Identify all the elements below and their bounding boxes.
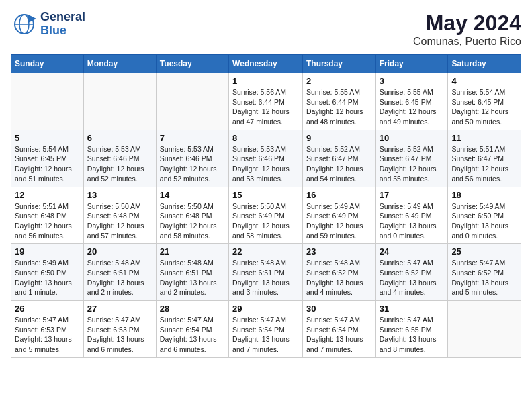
day-number: 9 bbox=[306, 133, 372, 143]
logo-line1: General bbox=[40, 10, 85, 24]
calendar-body: 1Sunrise: 5:56 AMSunset: 6:44 PMDaylight… bbox=[11, 73, 521, 358]
calendar-cell: 1Sunrise: 5:56 AMSunset: 6:44 PMDaylight… bbox=[229, 73, 303, 130]
calendar-cell: 23Sunrise: 5:48 AMSunset: 6:52 PMDayligh… bbox=[302, 244, 375, 301]
day-info: Sunrise: 5:47 AMSunset: 6:52 PMDaylight:… bbox=[451, 259, 508, 296]
weekday-header: Thursday bbox=[302, 55, 375, 73]
day-info: Sunrise: 5:51 AMSunset: 6:47 PMDaylight:… bbox=[451, 145, 508, 183]
day-number: 7 bbox=[160, 133, 225, 143]
day-info: Sunrise: 5:50 AMSunset: 6:49 PMDaylight:… bbox=[232, 202, 290, 240]
calendar-cell: 12Sunrise: 5:51 AMSunset: 6:48 PMDayligh… bbox=[11, 187, 84, 244]
calendar-cell: 6Sunrise: 5:53 AMSunset: 6:46 PMDaylight… bbox=[83, 130, 156, 187]
page-header: General Blue May 2024 Comunas, Puerto Ri… bbox=[11, 11, 521, 48]
calendar-cell: 19Sunrise: 5:49 AMSunset: 6:50 PMDayligh… bbox=[11, 244, 84, 301]
calendar-cell: 25Sunrise: 5:47 AMSunset: 6:52 PMDayligh… bbox=[448, 244, 521, 301]
day-info: Sunrise: 5:49 AMSunset: 6:50 PMDaylight:… bbox=[15, 259, 72, 296]
day-number: 25 bbox=[451, 246, 517, 257]
logo: General Blue bbox=[11, 11, 85, 38]
day-number: 12 bbox=[15, 190, 80, 200]
day-info: Sunrise: 5:47 AMSunset: 6:52 PMDaylight:… bbox=[380, 259, 437, 296]
calendar-cell bbox=[83, 73, 156, 130]
title-block: May 2024 Comunas, Puerto Rico bbox=[413, 11, 521, 48]
calendar-cell: 29Sunrise: 5:47 AMSunset: 6:54 PMDayligh… bbox=[229, 301, 303, 358]
calendar-cell: 7Sunrise: 5:53 AMSunset: 6:46 PMDaylight… bbox=[156, 130, 228, 187]
day-info: Sunrise: 5:56 AMSunset: 6:44 PMDaylight:… bbox=[232, 88, 290, 126]
day-number: 14 bbox=[160, 190, 225, 200]
calendar-cell: 17Sunrise: 5:49 AMSunset: 6:49 PMDayligh… bbox=[375, 187, 448, 244]
calendar-cell: 5Sunrise: 5:54 AMSunset: 6:45 PMDaylight… bbox=[11, 130, 84, 187]
calendar-cell: 16Sunrise: 5:49 AMSunset: 6:49 PMDayligh… bbox=[302, 187, 375, 244]
calendar-week-row: 1Sunrise: 5:56 AMSunset: 6:44 PMDaylight… bbox=[11, 73, 521, 130]
day-info: Sunrise: 5:47 AMSunset: 6:55 PMDaylight:… bbox=[380, 316, 437, 353]
logo-line2: Blue bbox=[40, 24, 66, 37]
day-number: 6 bbox=[87, 133, 152, 143]
day-info: Sunrise: 5:47 AMSunset: 6:53 PMDaylight:… bbox=[87, 316, 144, 353]
calendar-cell: 15Sunrise: 5:50 AMSunset: 6:49 PMDayligh… bbox=[229, 187, 303, 244]
day-number: 31 bbox=[380, 304, 445, 314]
calendar-week-row: 12Sunrise: 5:51 AMSunset: 6:48 PMDayligh… bbox=[11, 187, 521, 244]
weekday-header: Tuesday bbox=[156, 55, 228, 73]
calendar-cell: 27Sunrise: 5:47 AMSunset: 6:53 PMDayligh… bbox=[83, 301, 156, 358]
calendar-cell bbox=[156, 73, 228, 130]
day-info: Sunrise: 5:49 AMSunset: 6:49 PMDaylight:… bbox=[380, 202, 437, 240]
calendar-cell: 18Sunrise: 5:49 AMSunset: 6:50 PMDayligh… bbox=[448, 187, 521, 244]
day-number: 10 bbox=[380, 133, 445, 143]
day-info: Sunrise: 5:55 AMSunset: 6:45 PMDaylight:… bbox=[380, 88, 437, 126]
day-number: 30 bbox=[306, 304, 372, 314]
day-info: Sunrise: 5:47 AMSunset: 6:54 PMDaylight:… bbox=[160, 316, 217, 353]
calendar-header: SundayMondayTuesdayWednesdayThursdayFrid… bbox=[11, 55, 521, 73]
calendar-cell: 14Sunrise: 5:50 AMSunset: 6:48 PMDayligh… bbox=[156, 187, 228, 244]
day-number: 2 bbox=[306, 76, 372, 86]
day-info: Sunrise: 5:52 AMSunset: 6:47 PMDaylight:… bbox=[380, 145, 437, 183]
calendar-cell: 31Sunrise: 5:47 AMSunset: 6:55 PMDayligh… bbox=[375, 301, 448, 358]
day-info: Sunrise: 5:48 AMSunset: 6:51 PMDaylight:… bbox=[87, 259, 144, 296]
day-number: 1 bbox=[232, 76, 299, 86]
day-info: Sunrise: 5:52 AMSunset: 6:47 PMDaylight:… bbox=[306, 145, 363, 183]
weekday-header: Sunday bbox=[11, 55, 84, 73]
day-number: 17 bbox=[380, 190, 445, 200]
day-number: 26 bbox=[15, 304, 80, 314]
day-number: 16 bbox=[306, 190, 372, 200]
calendar-cell: 21Sunrise: 5:48 AMSunset: 6:51 PMDayligh… bbox=[156, 244, 228, 301]
day-number: 28 bbox=[160, 304, 225, 314]
day-info: Sunrise: 5:47 AMSunset: 6:54 PMDaylight:… bbox=[232, 316, 290, 353]
day-info: Sunrise: 5:53 AMSunset: 6:46 PMDaylight:… bbox=[232, 145, 290, 183]
day-number: 4 bbox=[451, 76, 517, 86]
calendar-week-row: 19Sunrise: 5:49 AMSunset: 6:50 PMDayligh… bbox=[11, 244, 521, 301]
calendar-cell: 26Sunrise: 5:47 AMSunset: 6:53 PMDayligh… bbox=[11, 301, 84, 358]
weekday-header: Saturday bbox=[448, 55, 521, 73]
day-number: 21 bbox=[160, 246, 225, 257]
month-year-title: May 2024 bbox=[413, 11, 521, 36]
calendar-cell bbox=[448, 301, 521, 358]
weekday-header: Wednesday bbox=[229, 55, 303, 73]
day-number: 5 bbox=[15, 133, 80, 143]
day-info: Sunrise: 5:50 AMSunset: 6:48 PMDaylight:… bbox=[160, 202, 217, 240]
day-number: 19 bbox=[15, 246, 80, 257]
day-info: Sunrise: 5:50 AMSunset: 6:48 PMDaylight:… bbox=[87, 202, 144, 240]
day-info: Sunrise: 5:49 AMSunset: 6:50 PMDaylight:… bbox=[451, 202, 508, 240]
calendar-cell: 8Sunrise: 5:53 AMSunset: 6:46 PMDaylight… bbox=[229, 130, 303, 187]
day-number: 8 bbox=[232, 133, 299, 143]
calendar-table: SundayMondayTuesdayWednesdayThursdayFrid… bbox=[11, 54, 521, 358]
calendar-cell: 9Sunrise: 5:52 AMSunset: 6:47 PMDaylight… bbox=[302, 130, 375, 187]
day-info: Sunrise: 5:47 AMSunset: 6:54 PMDaylight:… bbox=[306, 316, 363, 353]
weekday-header: Friday bbox=[375, 55, 448, 73]
calendar-cell: 24Sunrise: 5:47 AMSunset: 6:52 PMDayligh… bbox=[375, 244, 448, 301]
day-number: 11 bbox=[451, 133, 517, 143]
day-number: 3 bbox=[380, 76, 445, 86]
calendar-cell: 10Sunrise: 5:52 AMSunset: 6:47 PMDayligh… bbox=[375, 130, 448, 187]
location-subtitle: Comunas, Puerto Rico bbox=[413, 36, 521, 48]
calendar-week-row: 5Sunrise: 5:54 AMSunset: 6:45 PMDaylight… bbox=[11, 130, 521, 187]
day-info: Sunrise: 5:48 AMSunset: 6:51 PMDaylight:… bbox=[232, 259, 290, 296]
day-info: Sunrise: 5:53 AMSunset: 6:46 PMDaylight:… bbox=[160, 145, 217, 183]
day-info: Sunrise: 5:49 AMSunset: 6:49 PMDaylight:… bbox=[306, 202, 363, 240]
calendar-cell: 22Sunrise: 5:48 AMSunset: 6:51 PMDayligh… bbox=[229, 244, 303, 301]
day-info: Sunrise: 5:54 AMSunset: 6:45 PMDaylight:… bbox=[15, 145, 72, 183]
day-number: 27 bbox=[87, 304, 152, 314]
day-number: 22 bbox=[232, 246, 299, 257]
logo-icon bbox=[11, 12, 38, 36]
calendar-cell: 11Sunrise: 5:51 AMSunset: 6:47 PMDayligh… bbox=[448, 130, 521, 187]
calendar-cell: 13Sunrise: 5:50 AMSunset: 6:48 PMDayligh… bbox=[83, 187, 156, 244]
day-number: 15 bbox=[232, 190, 299, 200]
calendar-cell: 4Sunrise: 5:54 AMSunset: 6:45 PMDaylight… bbox=[448, 73, 521, 130]
day-info: Sunrise: 5:54 AMSunset: 6:45 PMDaylight:… bbox=[451, 88, 508, 126]
